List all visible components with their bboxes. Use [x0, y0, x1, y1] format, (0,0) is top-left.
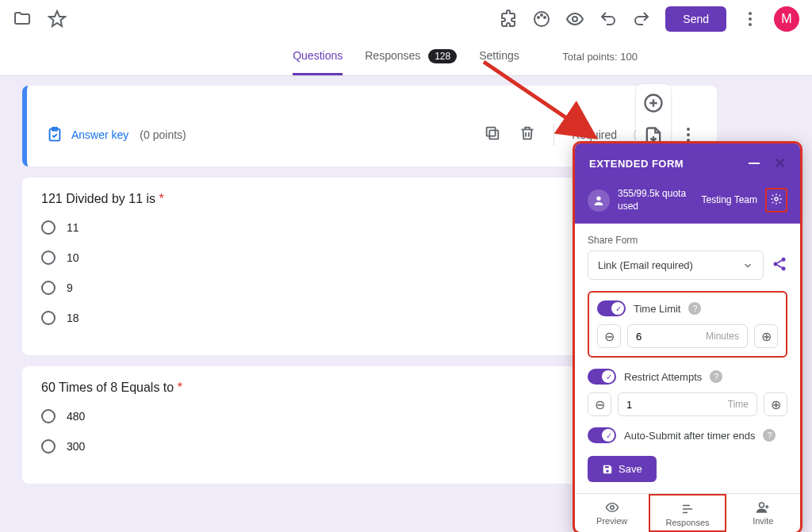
required-star-icon: *: [159, 192, 164, 205]
time-limit-value: 6: [636, 331, 642, 343]
svg-point-3: [544, 17, 546, 18]
delete-icon[interactable]: [519, 124, 536, 145]
svg-point-11: [782, 257, 786, 261]
folder-icon[interactable]: [13, 10, 32, 29]
tab-settings[interactable]: Settings: [479, 38, 519, 75]
addon-subheader: 355/99.5k quota used Testing Team: [575, 183, 800, 224]
undo-icon[interactable]: [599, 10, 618, 29]
svg-point-15: [760, 503, 764, 507]
autosubmit-toggle[interactable]: ✓: [588, 427, 616, 443]
share-select-value: Link (Email required): [598, 259, 693, 271]
addon-tab-invite[interactable]: Invite: [726, 494, 800, 532]
tab-responses-label: Responses: [365, 49, 420, 62]
option-text: 10: [67, 251, 79, 264]
add-question-icon[interactable]: [642, 92, 665, 114]
time-limit-toggle[interactable]: ✓: [597, 300, 626, 316]
star-icon[interactable]: [48, 10, 67, 29]
puzzle-icon[interactable]: [499, 10, 518, 29]
palette-icon[interactable]: [532, 10, 551, 29]
radio-icon[interactable]: [41, 409, 56, 423]
required-star-icon: *: [178, 381, 182, 394]
addon-tab-preview[interactable]: Preview: [575, 494, 649, 532]
user-avatar[interactable]: M: [774, 6, 799, 32]
restrict-attempts-section: ✓ Restrict Attempts ? ⊖ 1 Time ⊕: [588, 369, 787, 416]
time-limit-label: Time Limit: [634, 303, 680, 315]
more-menu-icon[interactable]: [741, 10, 760, 29]
answer-key-button[interactable]: Answer key: [46, 126, 128, 144]
radio-icon[interactable]: [41, 311, 56, 325]
save-button[interactable]: Save: [588, 456, 657, 482]
attempts-increment-button[interactable]: ⊕: [764, 392, 787, 416]
send-button[interactable]: Send: [665, 6, 726, 32]
svg-point-14: [610, 506, 614, 510]
required-label: Required: [572, 128, 617, 141]
attempts-value: 1: [626, 399, 632, 411]
time-increment-button[interactable]: ⊕: [754, 324, 778, 348]
autosubmit-label: Auto-Submit after timer ends: [624, 430, 755, 442]
close-icon[interactable]: ✕: [774, 155, 787, 172]
restrict-label: Restrict Attempts: [624, 371, 702, 383]
svg-rect-6: [490, 130, 499, 139]
preview-icon[interactable]: [565, 10, 584, 29]
time-limit-input[interactable]: 6 Minutes: [627, 324, 748, 348]
svg-point-12: [774, 262, 778, 266]
extended-form-panel: EXTENDED FORM ✕ 355/99.5k quota used Tes…: [573, 141, 802, 532]
time-decrement-button[interactable]: ⊖: [597, 324, 621, 348]
time-limit-unit: Minutes: [706, 331, 739, 342]
form-tabs: Questions Responses 128 Settings Total p…: [0, 38, 812, 76]
team-text: Testing Team: [702, 194, 757, 207]
points-label: (0 points): [140, 128, 186, 141]
auto-submit-section: ✓ Auto-Submit after timer ends ?: [588, 427, 787, 443]
radio-icon[interactable]: [41, 439, 56, 454]
addon-settings-button[interactable]: [765, 188, 787, 212]
share-form-label: Share Form: [588, 235, 787, 246]
share-icon[interactable]: [772, 256, 787, 275]
svg-point-10: [775, 197, 778, 201]
addon-tab-responses[interactable]: Responses: [649, 494, 726, 532]
redo-icon[interactable]: [632, 10, 651, 29]
svg-point-4: [573, 17, 577, 21]
addon-bottom-tabs: Preview Responses Invite: [575, 493, 800, 532]
attempts-decrement-button[interactable]: ⊖: [588, 392, 611, 416]
addon-title: EXTENDED FORM: [589, 158, 684, 170]
addon-user-avatar: [588, 189, 610, 212]
svg-rect-7: [487, 128, 496, 136]
save-icon: [602, 464, 613, 475]
radio-icon[interactable]: [41, 220, 56, 235]
option-text: 11: [67, 221, 79, 234]
minimize-icon[interactable]: [749, 163, 760, 164]
option-text: 18: [67, 312, 79, 324]
time-limit-section: ✓ Time Limit ? ⊖ 6 Minutes ⊕: [588, 291, 787, 358]
addon-header: EXTENDED FORM ✕: [575, 144, 800, 183]
chevron-down-icon: [742, 260, 753, 271]
option-text: 480: [67, 410, 85, 423]
total-points-label: Total points: 100: [562, 51, 638, 63]
svg-point-13: [782, 266, 786, 270]
attempts-input[interactable]: 1 Time: [618, 392, 757, 416]
app-toolbar: Send M: [0, 0, 812, 38]
attempts-unit: Time: [728, 399, 749, 410]
addon-body: Share Form Link (Email required) ✓ Time …: [575, 224, 800, 493]
svg-point-9: [596, 196, 600, 200]
quota-text: 355/99.5k quota used: [618, 188, 694, 212]
help-icon[interactable]: ?: [763, 429, 776, 442]
divider: [553, 124, 554, 146]
tab-responses[interactable]: Responses 128: [365, 38, 457, 75]
duplicate-icon[interactable]: [484, 124, 501, 145]
option-text: 300: [67, 440, 85, 453]
option-text: 9: [67, 281, 73, 294]
help-icon[interactable]: ?: [710, 370, 722, 383]
save-label: Save: [619, 463, 642, 475]
responses-count-badge: 128: [428, 49, 457, 63]
help-icon[interactable]: ?: [688, 302, 701, 315]
share-form-select[interactable]: Link (Email required): [588, 251, 764, 280]
radio-icon[interactable]: [41, 281, 56, 295]
svg-point-1: [538, 17, 539, 18]
answer-key-label: Answer key: [71, 128, 128, 141]
svg-point-2: [541, 14, 542, 16]
radio-icon[interactable]: [41, 251, 56, 265]
tab-questions[interactable]: Questions: [293, 38, 343, 75]
restrict-toggle[interactable]: ✓: [588, 369, 616, 385]
